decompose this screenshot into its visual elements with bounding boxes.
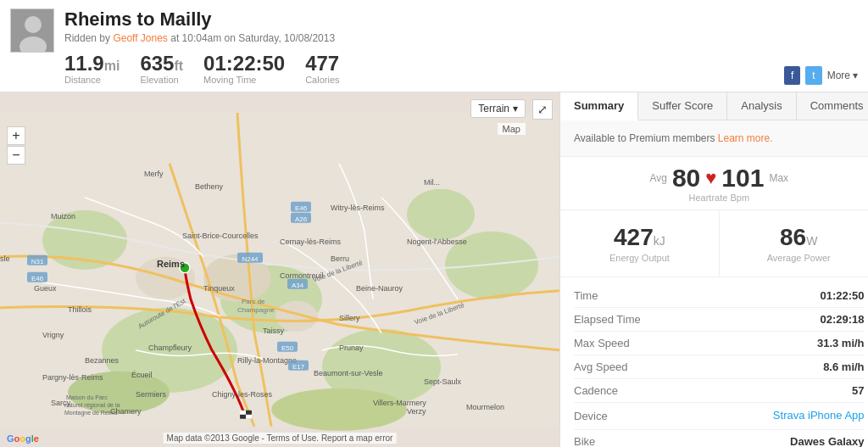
svg-text:Tinqueux: Tinqueux: [203, 284, 235, 293]
svg-text:Gueux: Gueux: [34, 284, 57, 293]
stat-calories: 477 Calories: [305, 53, 339, 85]
svg-text:Mourmelon: Mourmelon: [466, 403, 504, 411]
heart-icon: ♥: [705, 167, 716, 189]
svg-text:Witry-lès-Reims: Witry-lès-Reims: [331, 204, 385, 212]
svg-text:A34: A34: [292, 282, 304, 289]
fullscreen-icon: ⤢: [537, 103, 548, 116]
svg-text:Vrigny: Vrigny: [42, 331, 64, 339]
tab-analysis[interactable]: Analysis: [727, 92, 796, 120]
map-svg: Reims Saint-Brice-Courcelles Tinqueux Co…: [0, 92, 559, 447]
hr-unit: Heartrate Bpm: [574, 193, 865, 203]
svg-text:Prunay: Prunay: [339, 344, 364, 352]
svg-text:N244: N244: [242, 255, 259, 263]
stat-distance-value: 11.9mi: [64, 53, 120, 74]
bike-label: Bike: [574, 435, 595, 447]
more-button[interactable]: More ▾: [827, 70, 858, 81]
premium-text: Available to Premium members: [574, 132, 718, 144]
stat-time-label: Moving Time: [203, 75, 285, 85]
max-speed-value: 31.3 mi/h: [817, 337, 865, 349]
tab-suffer-score[interactable]: Suffer Score: [638, 92, 727, 120]
time-value: 01:22:50: [821, 289, 865, 302]
time-label: Time: [574, 289, 598, 302]
svg-text:Sermiers: Sermiers: [136, 390, 167, 399]
chevron-down-icon: ▾: [853, 70, 858, 81]
svg-point-11: [271, 388, 407, 431]
energy-output-stat: 427kJ Energy Output: [560, 210, 719, 277]
svg-text:Betheny: Betheny: [195, 182, 224, 191]
svg-text:Thillois: Thillois: [68, 305, 92, 314]
energy-label: Energy Output: [574, 253, 705, 263]
svg-text:E46: E46: [295, 204, 308, 212]
svg-text:A26: A26: [295, 215, 308, 223]
cadence-value: 57: [852, 384, 864, 397]
svg-text:Parc de: Parc de: [242, 298, 265, 305]
average-power-stat: 86W Average Power: [719, 210, 868, 277]
main-container: Rheims to Mailly Ridden by Geoff Jones a…: [0, 0, 868, 447]
detail-row-max-speed: Max Speed 31.3 mi/h: [574, 332, 865, 355]
svg-text:Merfy: Merfy: [144, 170, 164, 178]
svg-text:E17: E17: [292, 363, 305, 371]
twitter-button[interactable]: t: [805, 66, 821, 85]
content-area: Reims Saint-Brice-Courcelles Tinqueux Co…: [0, 92, 868, 447]
zoom-in-button[interactable]: +: [7, 126, 25, 145]
header: Rheims to Mailly Ridden by Geoff Jones a…: [0, 0, 868, 92]
map-background: Reims Saint-Brice-Courcelles Tinqueux Co…: [0, 92, 559, 447]
svg-text:Champfleury: Champfleury: [148, 344, 192, 352]
svg-text:Bezannes: Bezannes: [85, 356, 120, 365]
stat-elevation-value: 635ft: [140, 53, 183, 74]
svg-text:Reims: Reims: [157, 259, 185, 269]
svg-text:Nogent-l'Abbesse: Nogent-l'Abbesse: [407, 237, 467, 246]
meta-datetime: at 10:04am on Saturday, 10/08/2013: [168, 32, 335, 44]
detail-row-device: Device Strava iPhone App: [574, 403, 865, 429]
summary-tab-content: Available to Premium members Learn more.…: [560, 120, 868, 447]
svg-text:Taissy: Taissy: [263, 327, 285, 335]
fullscreen-button[interactable]: ⤢: [532, 99, 553, 120]
bike-value: Dawes Galaxy: [790, 435, 864, 447]
stat-time: 01:22:50 Moving Time: [203, 53, 285, 85]
hr-avg-value: 80: [672, 164, 700, 193]
svg-text:Beaumont-sur-Vesle: Beaumont-sur-Vesle: [314, 369, 383, 377]
svg-text:Écueil: Écueil: [131, 371, 153, 379]
heartrate-section: Avg 80 ♥ 101 Max Heartrate Bpm: [560, 157, 868, 210]
stat-distance: 11.9mi Distance: [64, 53, 120, 85]
svg-text:N31: N31: [31, 258, 44, 265]
hr-avg-label: Avg: [649, 172, 666, 184]
svg-text:Maison du Parc: Maison du Parc: [66, 394, 108, 400]
device-label: Device: [574, 410, 608, 422]
tab-summary[interactable]: Summary: [560, 92, 638, 120]
premium-learn-more-link[interactable]: Learn more.: [718, 132, 773, 144]
svg-text:Mil...: Mil...: [424, 178, 440, 187]
svg-text:Chigny-les-Roses: Chigny-les-Roses: [212, 390, 273, 399]
map-type-label: Map: [498, 123, 526, 135]
premium-banner: Available to Premium members Learn more.: [560, 120, 868, 157]
ride-title: Rheims to Mailly: [64, 8, 858, 31]
tab-comments[interactable]: Comments: [797, 92, 868, 120]
detail-row-time: Time 01:22:50: [574, 284, 865, 308]
svg-point-1: [25, 16, 42, 33]
terrain-control[interactable]: Terrain ▾: [470, 99, 526, 118]
svg-rect-17: [240, 411, 246, 415]
terrain-chevron-icon: ▾: [513, 103, 518, 115]
rider-link[interactable]: Geoff Jones: [113, 32, 168, 44]
svg-text:sle: sle: [0, 254, 10, 263]
svg-text:Sept-Saulx: Sept-Saulx: [424, 377, 462, 386]
svg-text:Muizon: Muizon: [51, 212, 75, 221]
svg-text:Beine-Nauroy: Beine-Nauroy: [356, 284, 403, 293]
hr-max-label: Max: [769, 172, 788, 184]
svg-text:Saint-Brice-Courcelles: Saint-Brice-Courcelles: [182, 232, 259, 240]
svg-text:E50: E50: [281, 344, 294, 352]
avatar: [10, 8, 54, 53]
facebook-button[interactable]: f: [784, 66, 800, 85]
device-value[interactable]: Strava iPhone App: [773, 408, 865, 423]
svg-point-9: [407, 189, 475, 240]
avg-power-value: 86W: [733, 224, 865, 251]
svg-text:Champagne: Champagne: [237, 306, 275, 314]
svg-text:Montagne de Reims: Montagne de Reims: [64, 410, 118, 416]
svg-text:Sillery: Sillery: [339, 314, 360, 322]
zoom-out-button[interactable]: −: [7, 146, 25, 165]
svg-rect-18: [246, 415, 252, 419]
right-panel: Summary Suffer Score Analysis Comments A…: [559, 92, 868, 447]
stat-calories-label: Calories: [305, 75, 339, 85]
svg-text:E46: E46: [31, 275, 44, 282]
detail-row-cadence: Cadence 57: [574, 379, 865, 403]
